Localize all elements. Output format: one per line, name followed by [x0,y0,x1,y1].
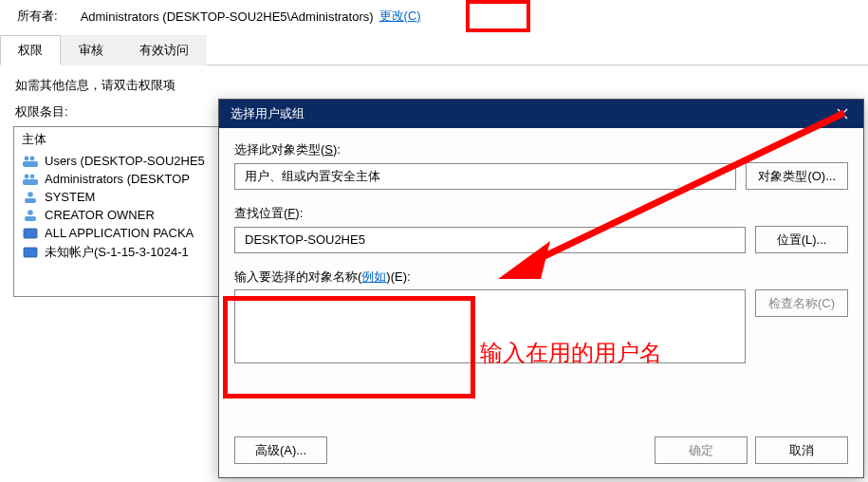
svg-point-0 [25,156,29,160]
tab-audit[interactable]: 审核 [61,35,121,65]
object-name-input[interactable] [234,289,746,363]
select-user-or-group-dialog: 选择用户或组 选择此对象类型(S): 用户、组或内置安全主体 对象类型(O)..… [218,99,864,478]
object-types-button[interactable]: 对象类型(O)... [746,162,848,190]
users-group-icon [22,155,39,168]
svg-rect-9 [25,216,36,221]
dialog-titlebar[interactable]: 选择用户或组 [219,100,863,128]
cancel-button[interactable]: 取消 [755,436,848,464]
object-type-field: 用户、组或内置安全主体 [234,163,736,190]
examples-link[interactable]: 例如 [361,269,386,284]
owner-label: 所有者: [17,8,58,25]
location-label: 查找位置(F): [234,205,848,222]
svg-rect-11 [24,248,37,257]
package-icon [22,246,39,259]
tab-effective-access[interactable]: 有效访问 [121,35,207,65]
check-names-button[interactable]: 检查名称(C) [755,289,848,317]
owner-value: Administrators (DESKTOP-SOU2HE5\Administ… [81,9,374,24]
package-icon [22,227,39,240]
svg-rect-5 [23,179,38,185]
svg-rect-10 [24,229,37,238]
svg-point-8 [28,210,33,215]
svg-point-4 [30,174,35,178]
close-icon [837,108,848,120]
list-item-label: CREATOR OWNER [45,208,155,222]
list-item-label: Administrators (DESKTOP [45,172,190,186]
list-item-label: 未知帐户(S-1-15-3-1024-1 [45,244,189,261]
list-item-label: ALL APPLICATION PACKA [45,226,194,240]
location-field: DESKTOP-SOU2HE5 [234,227,746,253]
object-name-label: 输入要选择的对象名称(例如)(E): [234,269,848,286]
ok-button[interactable]: 确定 [655,436,748,464]
object-type-label: 选择此对象类型(S): [234,141,848,158]
user-icon [22,209,39,222]
list-item-label: SYSTEM [45,190,95,204]
info-text: 如需其他信息，请双击权限项 [0,65,868,100]
svg-point-3 [25,174,29,178]
svg-rect-7 [25,198,36,203]
tab-permissions[interactable]: 权限 [0,35,61,65]
svg-point-1 [30,156,35,160]
close-button[interactable] [822,100,863,128]
user-icon [22,191,39,204]
advanced-button[interactable]: 高级(A)... [234,436,327,464]
users-group-icon [22,173,39,186]
svg-rect-2 [23,161,38,167]
list-item-label: Users (DESKTOP-SOU2HE5 [45,154,205,168]
svg-point-6 [28,192,33,197]
change-owner-link[interactable]: 更改(C) [379,8,421,25]
tab-bar: 权限 审核 有效访问 [0,34,868,65]
dialog-title: 选择用户或组 [231,105,305,122]
locations-button[interactable]: 位置(L)... [755,226,848,253]
